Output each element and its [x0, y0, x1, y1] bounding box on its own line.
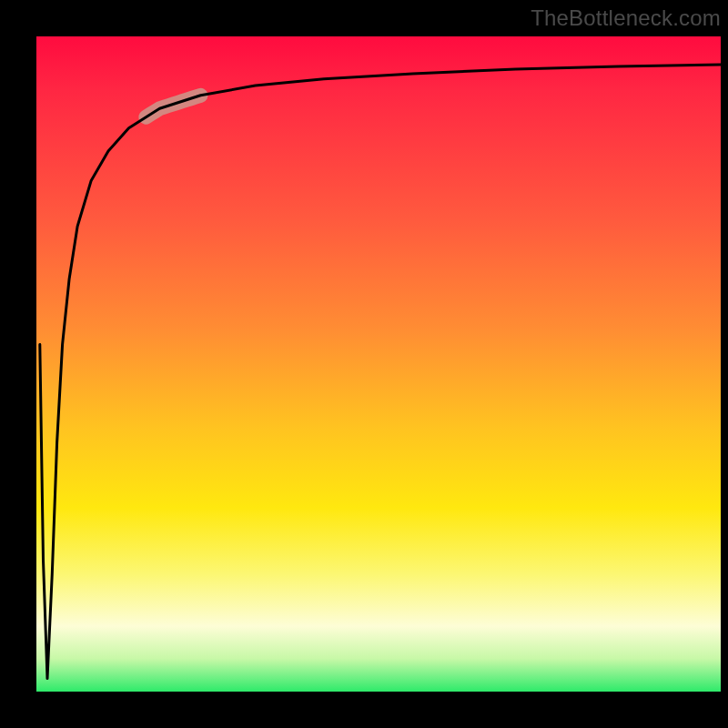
watermark-text: TheBottleneck.com	[531, 5, 721, 31]
plot-area	[36, 36, 721, 692]
chart-frame: TheBottleneck.com	[0, 0, 728, 728]
